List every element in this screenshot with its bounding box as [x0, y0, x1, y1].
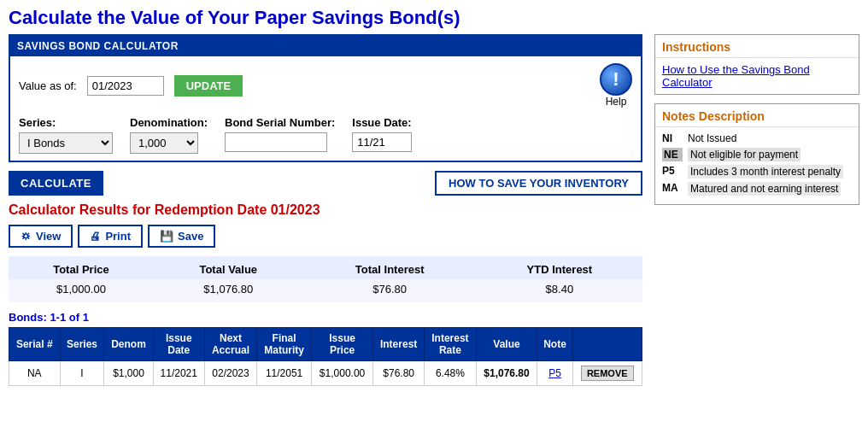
view-icon: ⛭ [21, 230, 32, 243]
print-label: Print [105, 230, 131, 243]
ytd-interest-header: YTD Interest [477, 256, 642, 279]
calc-header: SAVINGS BOND CALCULATOR [10, 36, 641, 56]
print-icon: 🖨 [90, 230, 101, 243]
save-icon: 💾 [160, 230, 173, 243]
help-icon-group[interactable]: ! Help [600, 63, 632, 108]
bond-final-maturity: 11/2051 [257, 361, 312, 386]
notes-box: Notes Description NI Not Issued NE Not e… [654, 103, 859, 205]
bond-remove-cell[interactable]: REMOVE [572, 361, 642, 386]
view-label: View [36, 230, 61, 243]
ytd-interest-value: $8.40 [477, 279, 642, 302]
results-actions: ⛭ View 🖨 Print 💾 Save [9, 225, 642, 248]
action-buttons-row: CALCULATE HOW TO SAVE YOUR INVENTORY [9, 171, 642, 196]
total-interest-header: Total Interest [303, 256, 477, 279]
bond-interest: $76.80 [372, 361, 424, 386]
th-interest: Interest [372, 328, 424, 361]
remove-button[interactable]: REMOVE [581, 366, 634, 381]
instructions-link[interactable]: How to Use the Savings Bond Calculator [662, 63, 810, 89]
table-row: NA I $1,000 11/2021 02/2023 11/2051 $1,0… [9, 361, 642, 386]
th-serial: Serial # [9, 328, 61, 361]
summary-table: Total Price Total Value Total Interest Y… [9, 256, 642, 302]
bond-issue-price: $1,000.00 [312, 361, 373, 386]
series-label: Series: [19, 116, 113, 129]
th-issue-price: IssuePrice [312, 328, 373, 361]
th-series: Series [60, 328, 104, 361]
calculate-button[interactable]: CALCULATE [9, 171, 103, 196]
save-label: Save [178, 230, 203, 243]
bond-interest-rate: 6.48% [425, 361, 476, 386]
value-as-of-input[interactable] [87, 76, 164, 96]
print-button[interactable]: 🖨 Print [78, 225, 143, 248]
view-button[interactable]: ⛭ View [9, 225, 73, 248]
update-button[interactable]: UPDATE [174, 75, 243, 97]
bond-issue-date: 11/2021 [153, 361, 204, 386]
page-title: Calculate the Value of Your Paper Saving… [0, 0, 868, 34]
total-price-value: $1,000.00 [9, 279, 154, 302]
issue-date-label: Issue Date: [352, 116, 412, 129]
serial-label: Bond Serial Number: [225, 116, 335, 129]
note-row-ma: MA Matured and not earning interest [662, 182, 852, 196]
bond-serial: NA [9, 361, 61, 386]
help-label: Help [606, 96, 627, 108]
th-interest-rate: InterestRate [425, 328, 476, 361]
total-interest-value: $76.80 [303, 279, 477, 302]
save-inventory-button[interactable]: HOW TO SAVE YOUR INVENTORY [435, 171, 642, 196]
note-code-ma: MA [662, 182, 683, 194]
save-button[interactable]: 💾 Save [148, 225, 215, 248]
serial-input[interactable] [225, 132, 327, 152]
bond-note[interactable]: P5 [537, 361, 572, 386]
p5-link[interactable]: P5 [548, 367, 561, 379]
note-code-ne: NE [662, 148, 683, 161]
bonds-count-header: Bonds: 1-1 of 1 [9, 311, 642, 324]
value-as-of-label: Value as of: [19, 79, 77, 92]
note-row-ne: NE Not eligible for payment [662, 148, 852, 161]
th-final-maturity: FinalMaturity [257, 328, 312, 361]
right-sidebar: Instructions How to Use the Savings Bond… [654, 34, 859, 386]
help-circle-icon: ! [600, 63, 632, 96]
denomination-label: Denomination: [130, 116, 208, 129]
th-note: Note [537, 328, 572, 361]
bonds-table: Serial # Series Denom IssueDate NextAccr… [9, 327, 642, 386]
note-row-ni: NI Not Issued [662, 132, 852, 144]
bond-next-accrual: 02/2023 [204, 361, 256, 386]
calculator-box: SAVINGS BOND CALCULATOR Value as of: UPD… [9, 34, 642, 162]
serial-field-group: Bond Serial Number: [225, 116, 335, 152]
total-price-header: Total Price [9, 256, 154, 279]
note-code-p5: P5 [662, 165, 683, 177]
issue-date-field-group: Issue Date: [352, 116, 412, 152]
series-select[interactable]: I Bonds E Bonds EE Bonds HH Bonds Saving… [19, 132, 113, 154]
denomination-field-group: Denomination: 50 75 100 200 500 1,000 5,… [130, 116, 208, 154]
th-value: Value [476, 328, 537, 361]
th-next-accrual: NextAccrual [204, 328, 256, 361]
instructions-box: Instructions How to Use the Savings Bond… [654, 34, 859, 95]
total-value-header: Total Value [154, 256, 303, 279]
instructions-header: Instructions [655, 35, 859, 58]
series-field-group: Series: I Bonds E Bonds EE Bonds HH Bond… [19, 116, 113, 154]
note-desc-ni: Not Issued [688, 132, 736, 144]
note-desc-p5: Includes 3 month interest penalty [688, 165, 843, 179]
bond-denom: $1,000 [104, 361, 153, 386]
bond-value: $1,076.80 [476, 361, 537, 386]
th-remove [572, 328, 642, 361]
note-code-ni: NI [662, 132, 683, 144]
issue-date-input[interactable] [352, 132, 412, 152]
th-issue-date: IssueDate [153, 328, 204, 361]
note-desc-ma: Matured and not earning interest [688, 182, 841, 196]
total-value-value: $1,076.80 [154, 279, 303, 302]
notes-header: Notes Description [655, 104, 859, 127]
note-desc-ne: Not eligible for payment [688, 148, 801, 161]
denomination-select[interactable]: 50 75 100 200 500 1,000 5,000 10,000 [130, 132, 198, 154]
th-denom: Denom [104, 328, 153, 361]
bond-series: I [60, 361, 104, 386]
results-title: Calculator Results for Redemption Date 0… [9, 202, 642, 218]
note-row-p5: P5 Includes 3 month interest penalty [662, 165, 852, 179]
